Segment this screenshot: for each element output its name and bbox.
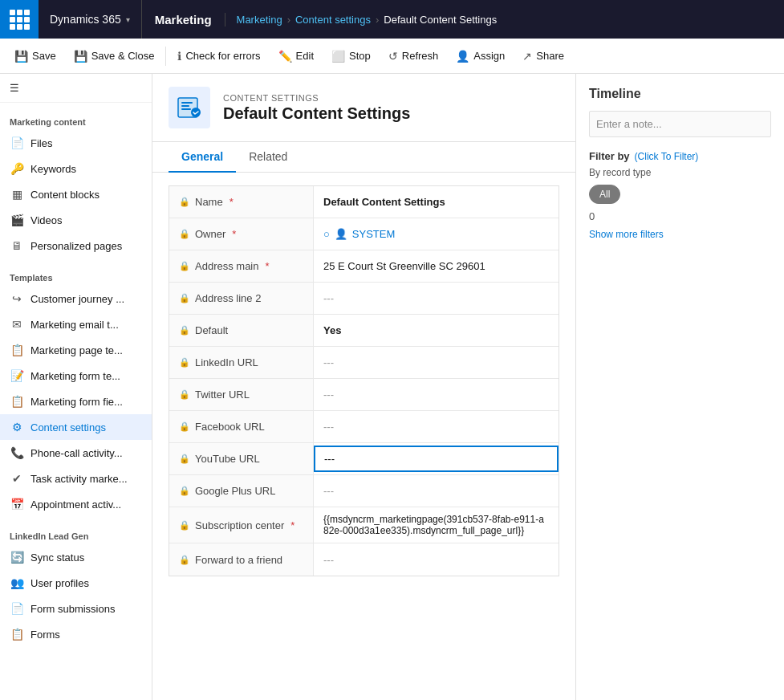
svg-rect-1 <box>181 102 193 104</box>
app-name[interactable]: Dynamics 365 ▾ <box>39 0 142 39</box>
sidebar-item-customer-journey-label: Customer journey ... <box>30 293 124 305</box>
field-value-default[interactable]: Yes <box>314 315 559 346</box>
timeline-note-input[interactable]: Enter a note... <box>589 111 771 137</box>
sidebar-item-files[interactable]: 📄 Files <box>0 130 152 156</box>
sidebar-item-sync-status-label: Sync status <box>30 551 84 564</box>
section-label-linkedin: LinkedIn Lead Gen <box>0 522 152 544</box>
user-profiles-icon: 👥 <box>10 576 24 589</box>
field-value-linkedin-url[interactable]: --- <box>314 347 559 378</box>
edit-label: Edit <box>296 50 314 62</box>
sidebar: ☰ Marketing content 📄 Files 🔑 Keywords ▦… <box>0 74 152 700</box>
sidebar-item-content-settings[interactable]: ⚙ Content settings <box>0 414 152 440</box>
field-label-google-plus-url: 🔒 Google Plus URL <box>169 475 314 507</box>
field-value-subscription-center[interactable]: {{msdyncrm_marketingpage(391cb537-8fab-e… <box>314 507 559 543</box>
field-row-address-line-2: 🔒 Address line 2 --- <box>169 283 559 315</box>
breadcrumb-content-settings[interactable]: Content settings <box>295 14 371 26</box>
sidebar-item-task-activity[interactable]: ✔ Task activity marke... <box>0 466 152 491</box>
tab-related[interactable]: Related <box>236 142 300 173</box>
sidebar-item-sync-status[interactable]: 🔄 Sync status <box>0 544 152 570</box>
field-row-subscription-center: 🔒 Subscription center * {{msdyncrm_marke… <box>169 507 559 543</box>
sidebar-item-forms[interactable]: 📋 Forms <box>0 621 152 647</box>
save-button[interactable]: 💾 Save <box>6 45 64 67</box>
assign-icon: 👤 <box>456 50 469 63</box>
field-value-address-line-2[interactable]: --- <box>314 283 559 314</box>
field-value-forward-to-friend[interactable]: --- <box>314 543 559 576</box>
app-name-chevron-icon: ▾ <box>126 15 130 24</box>
sidebar-item-appointment-label: Appointment activ... <box>30 499 121 511</box>
marketing-page-icon: 📋 <box>10 344 24 356</box>
owner-display: ○ 👤 SYSTEM <box>323 228 395 240</box>
sidebar-item-files-label: Files <box>30 137 52 149</box>
required-address-main: * <box>265 260 269 272</box>
filter-click-label[interactable]: (Click To Filter) <box>635 151 699 162</box>
refresh-button[interactable]: ↺ Refresh <box>380 45 447 67</box>
field-row-twitter-url: 🔒 Twitter URL --- <box>169 379 559 411</box>
filter-section: Filter by (Click To Filter) By record ty… <box>589 150 771 240</box>
lock-icon-subscription-center: 🔒 <box>179 520 190 531</box>
sidebar-item-appointment[interactable]: 📅 Appointment activ... <box>0 491 152 517</box>
sidebar-item-form-submissions[interactable]: 📄 Form submissions <box>0 596 152 621</box>
edit-button[interactable]: ✏️ Edit <box>270 45 322 67</box>
breadcrumb-current: Default Content Settings <box>384 14 497 26</box>
filter-label: Filter by <box>589 150 630 162</box>
save-close-button[interactable]: 💾 Save & Close <box>66 45 163 67</box>
field-value-name[interactable]: Default Content Settings <box>314 186 559 218</box>
lock-icon-address-line-2: 🔒 <box>179 293 190 303</box>
sidebar-section-marketing-content: Marketing content 📄 Files 🔑 Keywords ▦ C… <box>0 108 152 258</box>
filter-pill-all[interactable]: All <box>589 185 620 204</box>
owner-person-icon: 👤 <box>335 228 347 240</box>
breadcrumb: Marketing › Content settings › Default C… <box>225 14 509 26</box>
sidebar-item-videos-label: Videos <box>30 214 63 226</box>
sidebar-item-marketing-email[interactable]: ✉ Marketing email t... <box>0 311 152 337</box>
lock-icon-twitter-url: 🔒 <box>179 389 190 400</box>
sidebar-item-videos[interactable]: 🎬 Videos <box>0 207 152 233</box>
field-value-address-main[interactable]: 25 E Court St Greenville SC 29601 <box>314 250 559 282</box>
forms-icon: 📋 <box>10 628 24 641</box>
sidebar-toggle[interactable]: ☰ <box>0 74 152 103</box>
required-name: * <box>230 196 234 208</box>
youtube-url-input[interactable] <box>314 446 559 472</box>
tab-general[interactable]: General <box>169 142 236 173</box>
record-header: CONTENT SETTINGS Default Content Setting… <box>152 74 575 142</box>
sidebar-item-marketing-page[interactable]: 📋 Marketing page te... <box>0 337 152 363</box>
field-label-owner: 🔒 Owner * <box>169 218 314 250</box>
sidebar-item-marketing-form[interactable]: 📝 Marketing form te... <box>0 363 152 389</box>
stop-button[interactable]: ⬜ Stop <box>323 45 379 67</box>
marketing-email-icon: ✉ <box>10 318 24 331</box>
field-value-youtube-url[interactable] <box>314 443 559 474</box>
assign-button[interactable]: 👤 Assign <box>448 45 513 67</box>
sidebar-item-customer-journey[interactable]: ↪ Customer journey ... <box>0 286 152 311</box>
save-close-icon: 💾 <box>74 50 87 63</box>
personalized-pages-icon: 🖥 <box>10 239 24 252</box>
sidebar-item-keywords[interactable]: 🔑 Keywords <box>0 156 152 181</box>
save-label: Save <box>32 50 56 62</box>
sidebar-item-forms-label: Forms <box>30 629 60 641</box>
share-button[interactable]: ↗ Share <box>514 45 572 67</box>
lock-icon-youtube-url: 🔒 <box>179 454 190 464</box>
field-row-name: 🔒 Name * Default Content Settings <box>169 186 559 218</box>
save-close-label: Save & Close <box>91 50 155 62</box>
field-label-subscription-center: 🔒 Subscription center * <box>169 507 314 543</box>
sidebar-item-content-blocks[interactable]: ▦ Content blocks <box>0 181 152 207</box>
sidebar-item-user-profiles[interactable]: 👥 User profiles <box>0 570 152 596</box>
breadcrumb-marketing[interactable]: Marketing <box>237 14 282 26</box>
sidebar-item-marketing-page-label: Marketing page te... <box>30 344 123 356</box>
field-value-owner[interactable]: ○ 👤 SYSTEM <box>314 218 559 250</box>
videos-icon: 🎬 <box>10 214 24 226</box>
sidebar-item-marketing-form-label: Marketing form te... <box>30 370 120 382</box>
refresh-icon: ↺ <box>388 50 398 63</box>
sidebar-item-phone-call[interactable]: 📞 Phone-call activity... <box>0 440 152 466</box>
task-activity-icon: ✔ <box>10 472 24 485</box>
sidebar-section-templates: Templates ↪ Customer journey ... ✉ Marke… <box>0 263 152 517</box>
field-label-default: 🔒 Default <box>169 315 314 346</box>
field-value-twitter-url[interactable]: --- <box>314 379 559 410</box>
waffle-button[interactable] <box>0 0 39 39</box>
check-errors-button[interactable]: ℹ Check for errors <box>169 45 268 67</box>
field-value-google-plus-url[interactable]: --- <box>314 475 559 507</box>
sidebar-item-marketing-form-fields[interactable]: 📋 Marketing form fie... <box>0 389 152 414</box>
show-more-filters[interactable]: Show more filters <box>589 229 771 240</box>
sidebar-item-personalized-pages[interactable]: 🖥 Personalized pages <box>0 233 152 258</box>
sidebar-item-content-blocks-label: Content blocks <box>30 189 100 201</box>
refresh-label: Refresh <box>402 50 439 62</box>
field-value-facebook-url[interactable]: --- <box>314 411 559 442</box>
